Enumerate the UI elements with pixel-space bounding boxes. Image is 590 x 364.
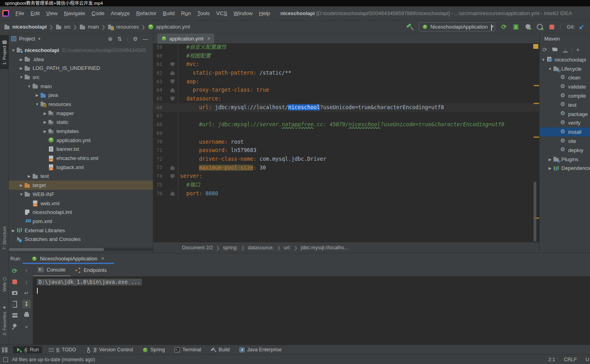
maven-item-test[interactable]: test: [540, 100, 590, 110]
editor-tab-application-yml[interactable]: application.yml ✕: [157, 33, 214, 44]
tool-stripe-favorites[interactable]: ★ 2: Favorites: [0, 298, 9, 341]
breadcrumb-application-yml[interactable]: application.yml: [148, 24, 190, 30]
tree-item-java[interactable]: ▶java: [9, 91, 153, 100]
code-line-59[interactable]: 59 #自定义配置属性: [153, 43, 539, 52]
menu-code[interactable]: Code: [88, 10, 107, 16]
tree-collapsed-icon[interactable]: ▶: [10, 228, 16, 233]
code-line-65[interactable]: 65 datasource:: [153, 94, 539, 103]
tree-item-WEB-INF[interactable]: ▼WEB-INF: [9, 190, 153, 199]
close-tab-icon[interactable]: ✕: [207, 36, 211, 41]
code-line-67[interactable]: 67: [153, 112, 539, 121]
maven-add-icon[interactable]: [573, 46, 583, 54]
tree-collapsed-icon[interactable]: ▶: [18, 66, 24, 70]
code-line-60[interactable]: 60 #视图配置: [153, 52, 539, 60]
code-line-73[interactable]: 73 maximum-pool-size: 30: [153, 164, 539, 172]
project-panel-title[interactable]: Project: [19, 36, 35, 42]
fold-marker-icon[interactable]: [170, 191, 175, 196]
error-stripe-mark[interactable]: [534, 137, 539, 138]
menu-file[interactable]: File: [12, 10, 27, 16]
tree-expanded-icon[interactable]: ▼: [18, 75, 24, 79]
editor-breadcrumb-item[interactable]: datasource:: [248, 245, 274, 250]
menu-edit[interactable]: Edit: [27, 10, 43, 16]
menu-view[interactable]: View: [43, 10, 61, 16]
tree-item-resources[interactable]: ▼resources: [9, 100, 153, 109]
tool-window-button-9-version-control[interactable]: 9: Version Control: [82, 346, 136, 353]
scrollbar-thumb[interactable]: [9, 248, 104, 251]
maven-item-deploy[interactable]: deploy: [540, 146, 590, 155]
code-line-68[interactable]: 68 #url: jdbc:mysql://server.natappfree.…: [153, 120, 539, 129]
console-tab-console[interactable]: Console: [33, 264, 70, 276]
tool-window-button-terminal[interactable]: Terminal: [171, 346, 204, 353]
collapse-all-icon[interactable]: ⇅: [118, 36, 122, 42]
tree-item-ehcache-shiro-xml[interactable]: ehcache-shiro.xml: [9, 154, 153, 163]
code-line-76[interactable]: 76 port: 8080: [153, 189, 539, 198]
tree-item-LOG_PATH_IS_UNDEFINED[interactable]: ▶LOG_PATH_IS_UNDEFINED: [9, 64, 153, 73]
fold-marker-icon[interactable]: [170, 174, 175, 179]
maven-item-Lifecycle[interactable]: ▼⚙Lifecycle: [540, 64, 590, 73]
tree-expanded-icon[interactable]: ▼: [10, 48, 16, 52]
tree-expanded-icon[interactable]: ▼: [34, 102, 40, 106]
tree-item-banner-txt[interactable]: banner.txt: [9, 145, 153, 154]
fold-marker-icon[interactable]: [170, 166, 175, 170]
tree-item--idea[interactable]: ▶.idea: [9, 55, 153, 64]
fold-marker-icon[interactable]: [170, 79, 175, 84]
menu-refactor[interactable]: Refactor: [133, 10, 160, 16]
maven-item-clean[interactable]: clean: [540, 73, 590, 83]
error-stripe-mark[interactable]: [533, 44, 538, 49]
maven-download-sources-icon[interactable]: [560, 46, 571, 54]
tree-item-target[interactable]: ▶target: [9, 181, 153, 190]
maven-generate-sources-icon[interactable]: [550, 46, 560, 54]
editor-breadcrumb-item[interactable]: Document 2/2: [182, 245, 213, 250]
tool-window-button-6-todo[interactable]: 6: TODO: [45, 346, 79, 353]
maven-item-compile[interactable]: compile: [540, 91, 590, 100]
run-with-coverage-button[interactable]: [524, 23, 532, 31]
tree-item-niceschoolapi-iml[interactable]: niceschoolapi.iml: [9, 208, 153, 217]
more-actions-icon[interactable]: [22, 322, 31, 331]
tool-stripe-web[interactable]: Web: [0, 272, 9, 295]
tree-expanded-icon[interactable]: ▼: [18, 192, 24, 196]
editor-vertical-scrollbar[interactable]: [534, 182, 536, 241]
breadcrumb-src[interactable]: src: [56, 24, 71, 30]
code-line-70[interactable]: 70 username: root: [153, 138, 539, 146]
tree-collapsed-icon[interactable]: ▶: [34, 93, 40, 97]
restore-layout-icon[interactable]: [10, 311, 19, 320]
tree-collapsed-icon[interactable]: ▶: [18, 183, 24, 187]
error-stripe-mark[interactable]: [534, 103, 539, 104]
tree-expanded-icon[interactable]: ▼: [26, 84, 32, 89]
project-horizontal-scrollbar[interactable]: [9, 248, 153, 251]
error-stripe-mark[interactable]: [534, 85, 539, 86]
build-hammer-icon[interactable]: [406, 23, 414, 31]
stop-button[interactable]: [548, 23, 556, 31]
breadcrumb-main[interactable]: main: [79, 24, 99, 30]
tree-collapsed-icon[interactable]: ▶: [547, 166, 553, 170]
tool-stripe-project[interactable]: 1: Project: [0, 35, 9, 69]
prev-occurrence-icon[interactable]: [22, 266, 31, 275]
console-tab-endpoints[interactable]: Endpoints: [70, 264, 112, 276]
code-line-64[interactable]: 64 proxy-target-class: true: [153, 86, 539, 94]
tree-item-static[interactable]: ▶static: [9, 118, 153, 127]
code-line-71[interactable]: 71 password: ln579683: [153, 146, 539, 155]
menu-vcs[interactable]: VCS: [213, 10, 230, 16]
maven-item-package[interactable]: package: [540, 110, 590, 119]
menu-help[interactable]: Help: [256, 10, 273, 16]
tree-item-niceschoolapi[interactable]: ▼niceschoolapiD:\code\niceschoolapi\5004…: [9, 46, 153, 55]
tree-item-templates[interactable]: ▶templates: [9, 127, 153, 136]
debug-button[interactable]: [512, 23, 520, 31]
fold-marker-icon[interactable]: [170, 96, 175, 101]
tree-item-src[interactable]: ▼src: [9, 73, 153, 82]
run-configuration-select[interactable]: NiceschoolapiApplication ▼: [419, 22, 495, 31]
tool-window-button-build[interactable]: Build: [207, 346, 233, 353]
code-line-72[interactable]: 72 driver-class-name: com.mysql.jdbc.Dri…: [153, 155, 539, 164]
tree-item-test[interactable]: ▶test: [9, 172, 153, 181]
tree-item-web-xml[interactable]: web.xml: [9, 199, 153, 208]
fold-marker-icon[interactable]: [170, 62, 175, 67]
chevron-down-icon[interactable]: ▼: [37, 37, 41, 41]
code-line-61[interactable]: 61 mvc:: [153, 60, 539, 69]
tree-item-mapper[interactable]: ▶mapper: [9, 109, 153, 118]
maven-refresh-icon[interactable]: [540, 46, 550, 54]
tool-stripe-structure[interactable]: 7: Structure: [0, 219, 9, 257]
editor-code[interactable]: 59 #自定义配置属性60 #视图配置61 mvc:62 static-path…: [153, 43, 539, 198]
file-encoding[interactable]: U: [586, 357, 589, 362]
tree-expanded-icon[interactable]: ▼: [540, 58, 546, 62]
tool-window-button-java-enterprise[interactable]: Java Enterprise: [236, 346, 285, 353]
